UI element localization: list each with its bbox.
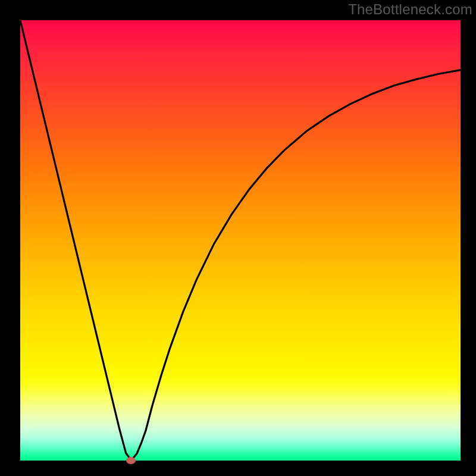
- watermark-text: TheBottleneck.com: [348, 1, 472, 18]
- curve-layer: [20, 20, 461, 461]
- plot-area: [20, 20, 461, 461]
- chart-frame: TheBottleneck.com: [0, 0, 476, 476]
- optimal-point-marker: [126, 457, 136, 464]
- bottleneck-curve: [20, 20, 461, 461]
